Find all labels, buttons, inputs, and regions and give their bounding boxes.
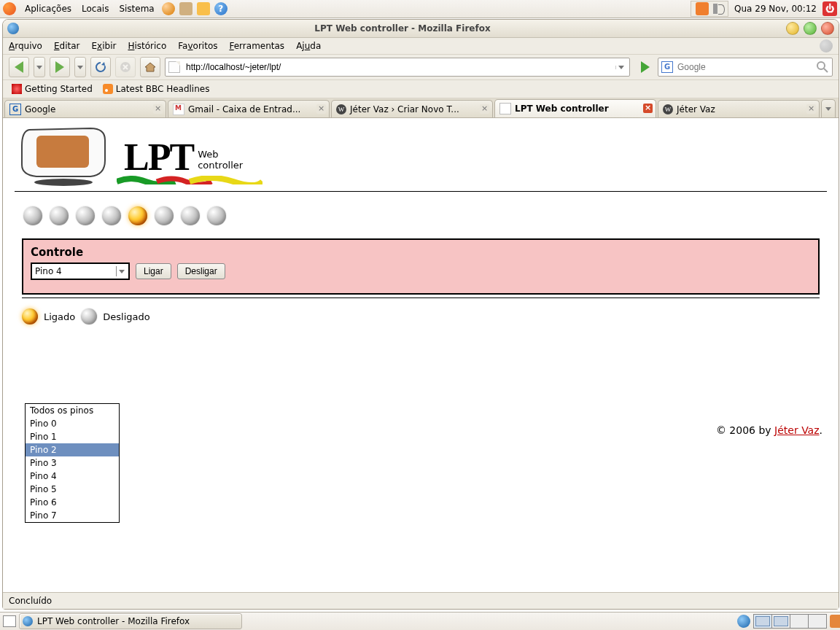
ligar-button[interactable]: Ligar xyxy=(136,263,171,279)
tab-label: Gmail - Caixa de Entrad... xyxy=(188,104,300,114)
google-search-icon[interactable]: G xyxy=(661,61,673,73)
select-option[interactable]: Pino 6 xyxy=(26,496,119,509)
tab-google[interactable]: G Google × xyxy=(4,100,166,117)
show-desktop-icon[interactable] xyxy=(3,615,16,627)
firefox-window: LPT Web controller - Mozilla Firefox Arq… xyxy=(2,19,839,610)
workspace-4[interactable] xyxy=(809,615,826,628)
shutdown-icon[interactable]: ⏻ xyxy=(822,1,837,16)
select-option[interactable]: Pino 2 xyxy=(26,443,119,456)
close-button[interactable] xyxy=(821,22,834,35)
logo-text: LPT xyxy=(124,139,193,176)
led-on-sample-icon xyxy=(22,308,38,324)
window-titlebar[interactable]: LPT Web controller - Mozilla Firefox xyxy=(3,20,839,38)
select-option[interactable]: Pino 5 xyxy=(26,483,119,496)
select-option[interactable]: Pino 1 xyxy=(26,430,119,443)
search-bar[interactable]: G xyxy=(658,58,833,77)
tab-close-icon[interactable]: × xyxy=(480,104,489,114)
bookmark-getting-started[interactable]: Getting Started xyxy=(9,82,96,96)
tab-close-icon[interactable]: × xyxy=(643,104,653,113)
taskbar-firefox[interactable]: LPT Web controller - Mozilla Firefox xyxy=(19,613,242,629)
firefox-launcher-icon[interactable] xyxy=(162,2,175,15)
page-favicon-icon xyxy=(168,61,180,73)
tab-gmail[interactable]: Gmail - Caixa de Entrad... × xyxy=(168,100,330,117)
tab-close-icon[interactable]: × xyxy=(316,104,326,114)
nav-toolbar: G xyxy=(3,55,839,80)
rss-icon xyxy=(103,84,113,94)
system-tray xyxy=(691,1,728,17)
url-dropdown[interactable] xyxy=(615,66,626,69)
update-notifier-icon[interactable] xyxy=(696,2,709,15)
forward-button[interactable] xyxy=(50,57,70,77)
bookmark-bbc[interactable]: Latest BBC Headlines xyxy=(100,82,213,96)
workspace-switcher[interactable] xyxy=(753,614,827,629)
workspace-1[interactable] xyxy=(754,615,772,628)
places-menu[interactable]: Locais xyxy=(77,2,113,15)
apps-menu[interactable]: Aplicações xyxy=(20,2,76,15)
back-history-dropdown[interactable] xyxy=(34,57,45,77)
system-menu[interactable]: Sistema xyxy=(114,2,158,15)
firefox-icon xyxy=(23,616,33,626)
home-button[interactable] xyxy=(140,57,160,77)
home-icon xyxy=(144,61,157,74)
browser-menubar: Arquivo Editar Exibir Histórico Favorito… xyxy=(3,38,839,55)
gaim-launcher-icon[interactable] xyxy=(197,2,210,15)
wordpress-favicon-icon: W xyxy=(336,104,346,114)
search-icon[interactable] xyxy=(816,61,829,74)
page-content: LPT Web controller Controle xyxy=(3,118,839,592)
desligar-button[interactable]: Desligar xyxy=(177,263,225,279)
reload-icon xyxy=(94,61,107,74)
menu-history[interactable]: Histórico xyxy=(128,41,166,51)
select-option[interactable]: Pino 3 xyxy=(26,456,119,470)
globe-applet-icon[interactable] xyxy=(737,615,750,628)
go-button[interactable] xyxy=(637,59,653,75)
back-button[interactable] xyxy=(9,57,29,77)
tab-label: LPT Web controller xyxy=(515,104,609,114)
led-pin-1 xyxy=(50,206,69,225)
google-favicon-icon: G xyxy=(9,104,21,115)
menu-tools[interactable]: Ferramentas xyxy=(229,41,284,51)
search-input[interactable] xyxy=(676,61,816,73)
led-row xyxy=(15,192,827,238)
panel-title: Controle xyxy=(31,246,811,259)
menu-view[interactable]: Exibir xyxy=(92,41,117,51)
menu-bookmarks[interactable]: Favoritos xyxy=(178,41,217,51)
url-bar[interactable] xyxy=(165,58,630,77)
author-link[interactable]: Jéter Vaz xyxy=(774,424,819,436)
volume-icon[interactable] xyxy=(713,4,725,14)
bookmark-label: Getting Started xyxy=(25,84,93,94)
maximize-button[interactable] xyxy=(804,22,817,35)
stop-button[interactable] xyxy=(115,57,136,77)
tab-close-icon[interactable]: × xyxy=(153,104,163,114)
menu-edit[interactable]: Editar xyxy=(54,41,80,51)
menu-file[interactable]: Arquivo xyxy=(9,41,42,51)
tab-jeter-create[interactable]: W Jéter Vaz › Criar Novo T... × xyxy=(331,100,493,117)
workspace-3[interactable] xyxy=(790,615,809,628)
tab-close-icon[interactable]: × xyxy=(806,104,816,114)
select-option[interactable]: Todos os pinos xyxy=(26,404,119,417)
tab-jeter[interactable]: W Jéter Vaz × xyxy=(658,100,820,117)
workspace-2[interactable] xyxy=(772,615,790,628)
gnome-bottom-panel: LPT Web controller - Mozilla Firefox xyxy=(0,612,840,630)
legend-row: Ligado Desligado xyxy=(22,308,827,324)
minimize-button[interactable] xyxy=(786,22,799,35)
forward-history-dropdown[interactable] xyxy=(74,57,86,77)
pin-select[interactable]: Pino 4 xyxy=(31,262,130,280)
window-title: LPT Web controller - Mozilla Firefox xyxy=(23,23,782,34)
tab-label: Google xyxy=(25,104,55,114)
led-pin-2 xyxy=(76,206,95,225)
help-icon[interactable]: ? xyxy=(214,2,228,15)
clock[interactable]: Qua 29 Nov, 00:12 xyxy=(730,2,821,15)
pin-select-listbox[interactable]: Todos os pinosPino 0Pino 1Pino 2Pino 3Pi… xyxy=(25,403,120,523)
select-option[interactable]: Pino 7 xyxy=(26,509,119,522)
select-option[interactable]: Pino 0 xyxy=(26,417,119,430)
svg-point-1 xyxy=(817,62,825,69)
menu-help[interactable]: Ajuda xyxy=(296,41,321,51)
tab-list-dropdown[interactable] xyxy=(821,99,836,117)
trash-icon[interactable] xyxy=(830,615,840,628)
gimp-launcher-icon[interactable] xyxy=(179,2,192,15)
url-input[interactable] xyxy=(184,61,615,73)
select-option[interactable]: Pino 4 xyxy=(26,470,119,483)
tab-label: Jéter Vaz xyxy=(677,104,715,114)
reload-button[interactable] xyxy=(90,57,111,77)
tab-lpt[interactable]: LPT Web controller × xyxy=(494,99,656,117)
